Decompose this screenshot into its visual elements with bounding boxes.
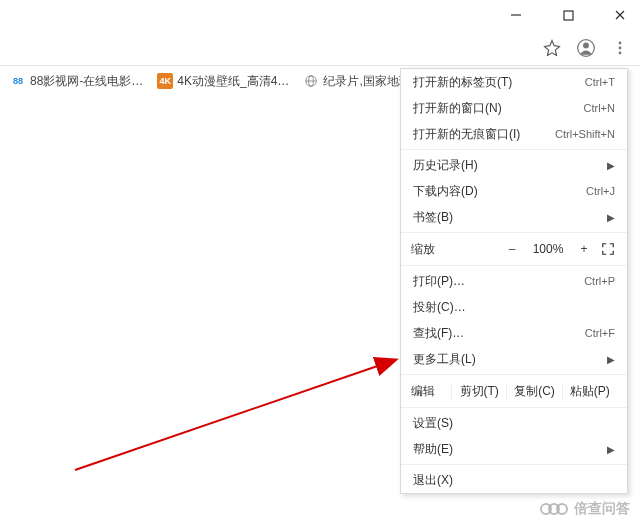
menu-separator [401,407,627,408]
menu-bookmarks[interactable]: 书签(B) ▶ [401,204,627,230]
watermark: 倍查问答 [544,500,630,518]
menu-shortcut: Ctrl+J [586,185,615,197]
menu-separator [401,149,627,150]
menu-separator [401,464,627,465]
minimize-button[interactable] [502,1,530,29]
menu-separator [401,232,627,233]
menu-label: 更多工具(L) [413,351,476,368]
menu-help[interactable]: 帮助(E) ▶ [401,436,627,462]
menu-exit[interactable]: 退出(X) [401,467,627,493]
bookmark-item[interactable]: 88 88影视网-在线电影… [6,73,147,90]
menu-history[interactable]: 历史记录(H) ▶ [401,152,627,178]
chevron-right-icon: ▶ [607,354,615,365]
kebab-menu-icon[interactable] [610,38,630,58]
zoom-value: 100% [527,242,569,256]
menu-shortcut: Ctrl+F [585,327,615,339]
menu-label: 打开新的窗口(N) [413,100,502,117]
menu-label: 打开新的标签页(T) [413,74,512,91]
menu-incognito[interactable]: 打开新的无痕窗口(I) Ctrl+Shift+N [401,121,627,147]
svg-rect-1 [564,11,573,20]
edit-cut-button[interactable]: 剪切(T) [451,383,506,400]
menu-label: 打印(P)… [413,273,465,290]
menu-separator [401,265,627,266]
bookmark-label: 4K动漫壁纸_高清4… [177,73,289,90]
edit-paste-button[interactable]: 粘贴(P) [562,383,617,400]
menu-downloads[interactable]: 下载内容(D) Ctrl+J [401,178,627,204]
browser-toolbar [0,30,640,66]
menu-label: 下载内容(D) [413,183,478,200]
menu-label: 书签(B) [413,209,453,226]
maximize-button[interactable] [554,1,582,29]
menu-label: 打开新的无痕窗口(I) [413,126,520,143]
menu-shortcut: Ctrl+T [585,76,615,88]
watermark-rings-icon [544,503,568,515]
menu-label: 历史记录(H) [413,157,478,174]
menu-shortcut: Ctrl+P [584,275,615,287]
svg-point-7 [619,46,622,49]
svg-point-6 [619,41,622,44]
chevron-right-icon: ▶ [607,212,615,223]
menu-label: 编辑 [411,383,451,400]
bookmark-item[interactable]: 4K 4K动漫壁纸_高清4… [153,73,293,90]
menu-label: 设置(S) [413,415,453,432]
menu-label: 退出(X) [413,472,453,489]
menu-label: 查找(F)… [413,325,464,342]
favicon-globe [303,73,319,89]
main-menu: 打开新的标签页(T) Ctrl+T 打开新的窗口(N) Ctrl+N 打开新的无… [400,68,628,494]
edit-copy-button[interactable]: 复制(C) [506,383,561,400]
svg-line-12 [75,360,395,470]
favicon-88: 88 [10,73,26,89]
watermark-text: 倍查问答 [574,500,630,518]
menu-print[interactable]: 打印(P)… Ctrl+P [401,268,627,294]
menu-edit-row: 编辑 剪切(T) 复制(C) 粘贴(P) [401,377,627,405]
menu-label: 缩放 [411,241,497,258]
menu-new-window[interactable]: 打开新的窗口(N) Ctrl+N [401,95,627,121]
menu-shortcut: Ctrl+Shift+N [555,128,615,140]
svg-point-8 [619,51,622,54]
menu-zoom-row: 缩放 – 100% + [401,235,627,263]
bookmark-label: 88影视网-在线电影… [30,73,143,90]
star-icon[interactable] [542,38,562,58]
menu-cast[interactable]: 投射(C)… [401,294,627,320]
profile-icon[interactable] [576,38,596,58]
menu-more-tools[interactable]: 更多工具(L) ▶ [401,346,627,372]
menu-label: 投射(C)… [413,299,466,316]
menu-settings[interactable]: 设置(S) [401,410,627,436]
zoom-in-button[interactable]: + [573,242,595,256]
svg-point-5 [583,42,589,48]
window-titlebar [0,0,640,30]
zoom-out-button[interactable]: – [501,242,523,256]
favicon-4k: 4K [157,73,173,89]
fullscreen-icon[interactable] [599,242,617,256]
menu-separator [401,374,627,375]
chevron-right-icon: ▶ [607,160,615,171]
menu-shortcut: Ctrl+N [584,102,615,114]
menu-find[interactable]: 查找(F)… Ctrl+F [401,320,627,346]
menu-label: 帮助(E) [413,441,453,458]
chevron-right-icon: ▶ [607,444,615,455]
menu-new-tab[interactable]: 打开新的标签页(T) Ctrl+T [401,69,627,95]
close-button[interactable] [606,1,634,29]
